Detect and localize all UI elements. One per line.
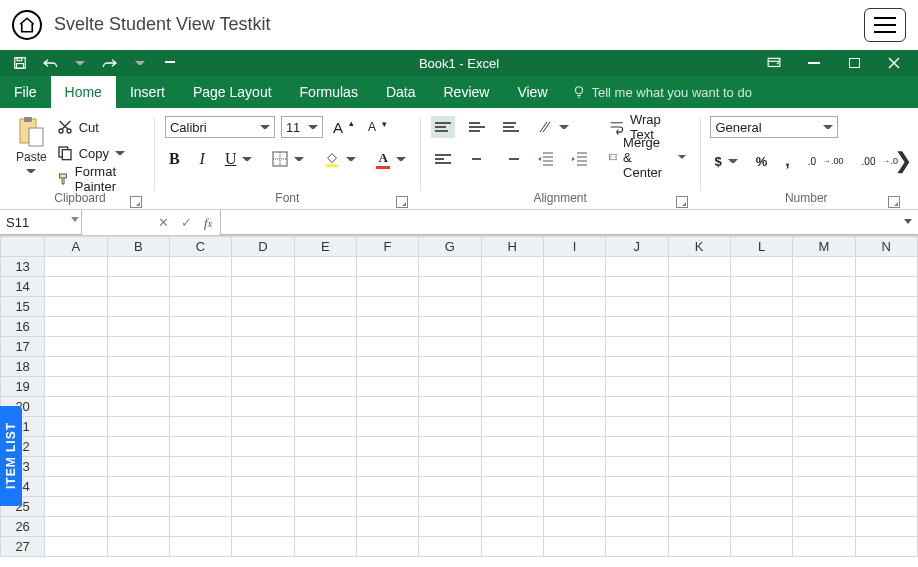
- col-header[interactable]: G: [419, 237, 481, 257]
- cell[interactable]: [793, 397, 855, 417]
- cell[interactable]: [481, 417, 543, 437]
- cell[interactable]: [419, 397, 481, 417]
- cell[interactable]: [793, 297, 855, 317]
- cell[interactable]: [730, 377, 792, 397]
- cell[interactable]: [294, 297, 356, 317]
- cell[interactable]: [606, 517, 668, 537]
- cell[interactable]: [793, 357, 855, 377]
- cell[interactable]: [294, 537, 356, 557]
- undo-button[interactable]: [38, 52, 62, 74]
- cell[interactable]: [45, 357, 107, 377]
- insert-function-icon[interactable]: fx: [204, 215, 212, 231]
- cell[interactable]: [730, 457, 792, 477]
- cell[interactable]: [232, 397, 294, 417]
- enter-formula-icon[interactable]: ✓: [181, 215, 192, 230]
- cell[interactable]: [45, 277, 107, 297]
- cell[interactable]: [793, 377, 855, 397]
- tab-home[interactable]: Home: [51, 76, 116, 108]
- cell[interactable]: [793, 437, 855, 457]
- tab-review[interactable]: Review: [430, 76, 504, 108]
- select-all-corner[interactable]: [1, 237, 45, 257]
- cell[interactable]: [419, 517, 481, 537]
- cell[interactable]: [169, 337, 231, 357]
- col-header[interactable]: J: [606, 237, 668, 257]
- merge-center-button[interactable]: Merge & Center: [605, 146, 690, 168]
- cell[interactable]: [419, 297, 481, 317]
- align-middle-button[interactable]: [465, 116, 489, 138]
- format-painter-button[interactable]: Format Painter: [53, 168, 144, 190]
- comma-format-button[interactable]: ,: [781, 150, 793, 172]
- italic-button[interactable]: I: [196, 148, 209, 170]
- cell[interactable]: [668, 517, 730, 537]
- font-dialog-launcher[interactable]: [396, 196, 408, 208]
- cell[interactable]: [855, 517, 918, 537]
- cell[interactable]: [45, 377, 107, 397]
- cell[interactable]: [169, 457, 231, 477]
- undo-dropdown[interactable]: [68, 52, 92, 74]
- cell[interactable]: [294, 477, 356, 497]
- cell[interactable]: [543, 517, 605, 537]
- cell[interactable]: [481, 357, 543, 377]
- cell[interactable]: [45, 497, 107, 517]
- name-box[interactable]: S11: [0, 210, 82, 235]
- col-header[interactable]: A: [45, 237, 107, 257]
- cell[interactable]: [543, 437, 605, 457]
- cell[interactable]: [419, 437, 481, 457]
- cell[interactable]: [543, 257, 605, 277]
- col-header[interactable]: B: [107, 237, 169, 257]
- cell[interactable]: [543, 537, 605, 557]
- cell[interactable]: [107, 537, 169, 557]
- cell[interactable]: [668, 477, 730, 497]
- row-header[interactable]: 18: [1, 357, 45, 377]
- cell[interactable]: [45, 397, 107, 417]
- orientation-button[interactable]: [533, 116, 573, 138]
- cell[interactable]: [107, 417, 169, 437]
- cell[interactable]: [169, 357, 231, 377]
- cell[interactable]: [232, 437, 294, 457]
- cell[interactable]: [481, 437, 543, 457]
- cell[interactable]: [419, 317, 481, 337]
- cell[interactable]: [730, 437, 792, 457]
- copy-button[interactable]: Copy: [53, 142, 144, 164]
- quick-access-customize[interactable]: [158, 52, 182, 74]
- cell[interactable]: [169, 277, 231, 297]
- cell[interactable]: [543, 477, 605, 497]
- accounting-format-button[interactable]: $: [710, 150, 741, 172]
- cell[interactable]: [606, 437, 668, 457]
- cell[interactable]: [730, 337, 792, 357]
- cell[interactable]: [481, 517, 543, 537]
- cell[interactable]: [45, 297, 107, 317]
- cell[interactable]: [169, 397, 231, 417]
- cell[interactable]: [232, 257, 294, 277]
- cell[interactable]: [169, 297, 231, 317]
- cell[interactable]: [668, 357, 730, 377]
- cell[interactable]: [232, 537, 294, 557]
- row-header[interactable]: 13: [1, 257, 45, 277]
- cell[interactable]: [481, 397, 543, 417]
- cell[interactable]: [793, 537, 855, 557]
- cell[interactable]: [45, 537, 107, 557]
- formula-input[interactable]: [220, 210, 918, 235]
- cell[interactable]: [855, 317, 918, 337]
- cell[interactable]: [45, 417, 107, 437]
- spreadsheet-grid[interactable]: A B C D E F G H I J K L M N 131415161718…: [0, 236, 918, 567]
- fill-color-button[interactable]: [320, 148, 360, 170]
- cell[interactable]: [356, 437, 418, 457]
- cell[interactable]: [543, 397, 605, 417]
- maximize-button[interactable]: [834, 50, 874, 76]
- cell[interactable]: [294, 277, 356, 297]
- cell[interactable]: [543, 337, 605, 357]
- cell[interactable]: [543, 457, 605, 477]
- cell[interactable]: [294, 437, 356, 457]
- cell[interactable]: [543, 277, 605, 297]
- cell[interactable]: [668, 497, 730, 517]
- cell[interactable]: [668, 417, 730, 437]
- hamburger-menu-button[interactable]: [864, 8, 906, 42]
- tab-insert[interactable]: Insert: [116, 76, 179, 108]
- cell[interactable]: [855, 417, 918, 437]
- cell[interactable]: [543, 497, 605, 517]
- alignment-dialog-launcher[interactable]: [676, 196, 688, 208]
- cell[interactable]: [793, 317, 855, 337]
- align-top-button[interactable]: [431, 116, 455, 138]
- cell[interactable]: [294, 517, 356, 537]
